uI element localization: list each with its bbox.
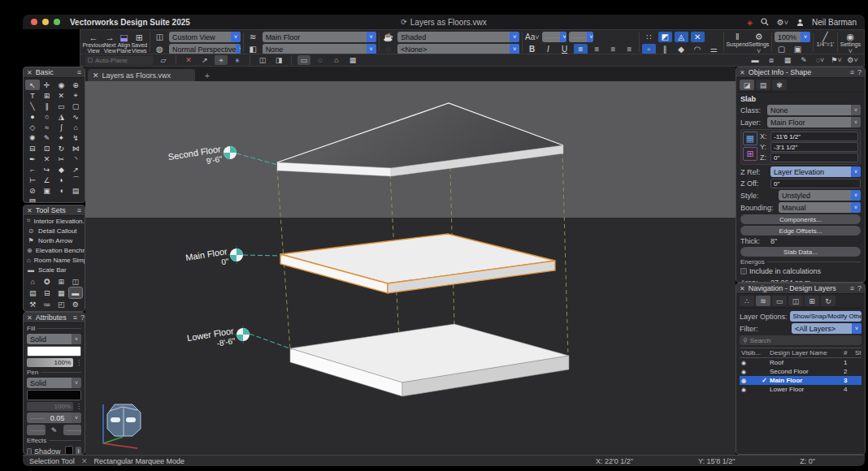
flyover-tool-icon[interactable]: ◉: [54, 80, 69, 90]
callout-tool-icon[interactable]: ⊞: [40, 90, 54, 101]
saved-views-button[interactable]: ⊞ Saved Views: [131, 32, 147, 54]
tool-icon[interactable]: ↯: [68, 132, 83, 143]
tool-set-icon[interactable]: ≔: [41, 299, 54, 309]
fill-opacity-slider[interactable]: 100%: [27, 358, 73, 367]
pen-opacity-slider[interactable]: 100%: [27, 402, 73, 411]
visibility-eye-icon[interactable]: ◉: [740, 369, 759, 375]
tab-sheet-layers-icon[interactable]: ▭: [772, 296, 787, 306]
rounded-rectangle-tool-icon[interactable]: ▢: [68, 101, 83, 111]
tool-sets-header[interactable]: ✕ Tool Sets ≡: [24, 205, 85, 216]
shape-tool-icon[interactable]: ⌂: [68, 122, 83, 132]
y-coordinate-field[interactable]: -3'1 1/2": [770, 142, 858, 152]
include-in-calculations-checkbox[interactable]: [740, 268, 747, 274]
filter-dropdown[interactable]: <All Layers> ˅: [792, 323, 861, 334]
arc-tool-icon[interactable]: ◮: [54, 111, 69, 122]
fill-style-dropdown[interactable]: Solid ˅: [27, 334, 81, 344]
layer-row-second-floor[interactable]: ◉ Second Floor 2: [740, 367, 861, 376]
close-icon[interactable]: ✕: [740, 69, 745, 76]
fill-opacity-menu-icon[interactable]: ⋮: [76, 359, 81, 366]
view-cube-front-label[interactable]: [111, 417, 120, 422]
menu-icon[interactable]: ≡: [850, 68, 854, 76]
pen-opacity-menu-icon[interactable]: ⋮: [76, 403, 81, 410]
pen-icon[interactable]: ✎: [48, 426, 61, 435]
shadow-info-button[interactable]: i: [76, 447, 81, 456]
circle-tool-icon[interactable]: ●: [25, 111, 40, 122]
pen-color-swatch[interactable]: [27, 390, 81, 400]
freehand-tool-icon[interactable]: ∿: [68, 111, 83, 122]
font-size-dropdown[interactable]: —— ˅: [569, 32, 593, 42]
text-tool-icon[interactable]: T: [25, 90, 40, 101]
view-dropdown[interactable]: Custom View ˅: [169, 32, 241, 42]
auto-plane-toggle[interactable]: Auto-Plane: [85, 56, 154, 65]
arc-dimension-tool-icon[interactable]: ⌒: [68, 175, 83, 185]
search-icon[interactable]: [761, 18, 769, 26]
paint-tool-icon[interactable]: ▨: [25, 196, 40, 203]
line-weight-dropdown[interactable]: —— 0.05 ˅: [27, 413, 81, 423]
tool-interior-elevation[interactable]: ⌗ Interior Elevation...: [24, 216, 85, 226]
menu-icon[interactable]: ≡: [73, 313, 77, 322]
close-window-button[interactable]: [31, 19, 37, 25]
tool-room-name-simple[interactable]: ⌂ Room Name Simple: [24, 255, 85, 265]
plane-view-icon[interactable]: ◨: [272, 55, 285, 65]
tab-references-icon[interactable]: ↻: [821, 296, 835, 306]
minimize-window-button[interactable]: [42, 19, 49, 25]
tool-set-icon[interactable]: ▦: [54, 287, 68, 298]
active-layer-dropdown[interactable]: Main Floor ˅: [263, 32, 376, 42]
tab-design-layers-icon[interactable]: ≋: [756, 296, 770, 306]
save-view-icon[interactable]: ▦: [346, 55, 359, 65]
shadow-color-swatch[interactable]: [65, 446, 73, 455]
angle-dimension-tool-icon[interactable]: ∠: [40, 175, 54, 185]
flag-icon[interactable]: ⚑˅: [830, 55, 843, 65]
tool-icon[interactable]: ⊘: [25, 185, 40, 196]
clip-cube-icon[interactable]: ◌˅: [814, 55, 827, 65]
tool-set-icon[interactable]: ⌂: [26, 276, 40, 287]
snap-to-object-icon[interactable]: ◩: [658, 32, 672, 42]
pan-tool-icon[interactable]: ✛: [40, 80, 54, 90]
fill-color-swatch[interactable]: [27, 346, 81, 356]
tool-set-icon[interactable]: ◰: [54, 299, 68, 309]
help-icon[interactable]: ?: [857, 284, 861, 292]
polyline-tool-icon[interactable]: ≈: [40, 122, 54, 132]
polygon-marquee-icon[interactable]: ⌂: [330, 55, 343, 65]
navigation-header[interactable]: ✕ Navigation - Design Layers ≡ ?: [736, 283, 865, 294]
selection-tool-icon[interactable]: ↖: [25, 80, 40, 90]
view-cube-right-label[interactable]: [126, 417, 136, 422]
tool-icon[interactable]: ⊡: [40, 143, 54, 153]
tool-set-icon[interactable]: ⚙: [69, 299, 83, 309]
tool-set-icon[interactable]: ◫: [69, 276, 83, 287]
bounding-dropdown[interactable]: Manual ˅: [779, 202, 861, 213]
pen-tool-icon[interactable]: ✒: [25, 153, 40, 164]
trim-tool-icon[interactable]: ✂: [54, 153, 69, 164]
marker-dropdown[interactable]: —— ˅: [63, 425, 82, 435]
snap-to-angle-icon[interactable]: ◬: [675, 32, 688, 42]
model-view-icon[interactable]: ⧈: [765, 55, 778, 65]
view-settings-button[interactable]: ◉ Settings ˅: [840, 32, 861, 54]
double-line-tool-icon[interactable]: ∥: [40, 101, 54, 111]
x-coordinate-field[interactable]: -11'6 1/2": [770, 132, 858, 141]
close-icon[interactable]: ✕: [27, 314, 33, 322]
tab-data-icon[interactable]: ▤: [756, 80, 770, 90]
annotation-icon[interactable]: ✎: [797, 55, 810, 65]
tool-scale-bar[interactable]: ▬ Scale Bar: [24, 265, 85, 274]
tool-icon[interactable]: ✺: [25, 132, 40, 143]
tool-icon[interactable]: ◗: [54, 175, 69, 185]
tool-icon[interactable]: ↪: [40, 164, 54, 175]
help-icon[interactable]: ?: [857, 68, 861, 76]
view-cube-icon[interactable]: ◫: [153, 32, 167, 42]
fillet-tool-icon[interactable]: ◝: [68, 153, 83, 164]
tool-set-icon[interactable]: ✪: [41, 276, 54, 287]
visibility-eye-icon[interactable]: ◉: [740, 360, 759, 366]
tool-elevation-benchmark[interactable]: ⊕ Elevation Benchm...: [24, 245, 85, 255]
table-header[interactable]: Visib... Design Layer Name # St: [740, 348, 861, 358]
tool-set-icon[interactable]: ⊞: [54, 276, 68, 287]
plane-target-icon[interactable]: ⌖: [215, 55, 228, 65]
rectangular-marquee-icon[interactable]: ▭: [297, 55, 310, 65]
line-tool-icon[interactable]: ╲: [25, 101, 40, 111]
layer-options-dropdown[interactable]: Show/Snap/Modify Others ˅: [790, 311, 861, 322]
next-view-button[interactable]: → Next View: [103, 32, 116, 54]
menu-icon[interactable]: ≡: [77, 206, 81, 214]
zoom-tool-icon[interactable]: ⊕: [68, 80, 83, 90]
tool-set-icon[interactable]: ⊟: [41, 287, 54, 298]
zoom-dropdown[interactable]: 100% ˅: [775, 32, 810, 42]
shadow-checkbox[interactable]: [27, 448, 32, 455]
